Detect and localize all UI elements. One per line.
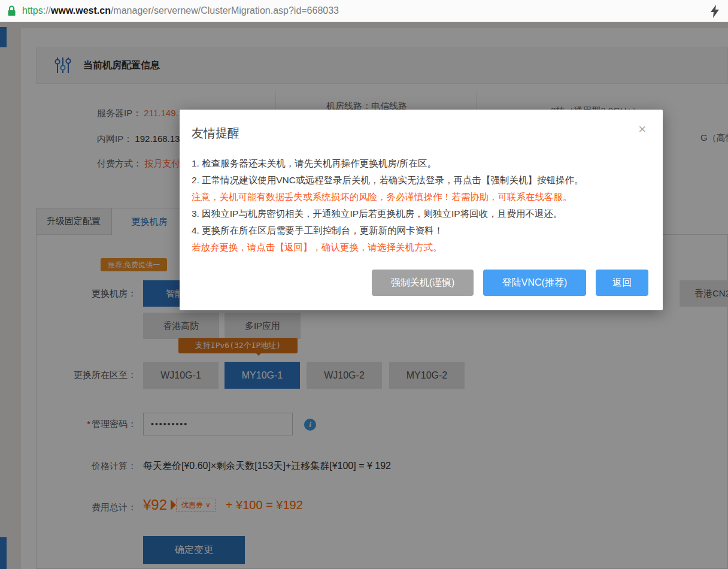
modal-line: 4. 更换所在所在区后需要手工到控制台，更新新的网卡资料！ xyxy=(192,222,651,239)
modal-buttons: 强制关机(谨慎) 登陆VNC(推荐) 返回 xyxy=(372,270,648,296)
login-vnc-button[interactable]: 登陆VNC(推荐) xyxy=(483,270,586,296)
back-button[interactable]: 返回 xyxy=(596,270,648,296)
modal-line: 2. 正常情况建议使用VNC或远程登录后关机，若确实无法登录，再点击【强制关机】… xyxy=(192,172,651,189)
modal-warning-line: 若放弃更换，请点击【返回】，确认更换，请选择关机方式。 xyxy=(192,239,651,256)
modal-line: 3. 因独立IP与机房密切相关，开通独立IP后若更换机房，则独立IP将回收，且费… xyxy=(192,205,651,222)
modal-line: 1. 检查服务器还未关机，请先关机再操作更换机房/所在区。 xyxy=(192,155,651,172)
url-scheme: https xyxy=(22,5,43,16)
reminder-modal: 友情提醒 × 1. 检查服务器还未关机，请先关机再操作更换机房/所在区。 2. … xyxy=(180,110,663,310)
browser-address-bar[interactable]: https://www.west.cn/manager/servernew/Cl… xyxy=(0,0,728,22)
url-host: www.west.cn xyxy=(51,5,111,16)
close-icon[interactable]: × xyxy=(638,123,646,136)
url-separator: :// xyxy=(43,5,51,16)
modal-body: 1. 检查服务器还未关机，请先关机再操作更换机房/所在区。 2. 正常情况建议使… xyxy=(192,155,651,256)
modal-warning-line: 注意，关机可能有数据丢失或系统损坏的风险，务必谨慎操作！若需协助，可联系在线客服… xyxy=(192,189,651,205)
url-text: https://www.west.cn/manager/servernew/Cl… xyxy=(22,5,339,16)
force-shutdown-button[interactable]: 强制关机(谨慎) xyxy=(372,270,474,296)
screen: https://www.west.cn/manager/servernew/Cl… xyxy=(0,0,728,569)
url-path: /manager/servernew/ClusterMigration.asp?… xyxy=(111,5,339,16)
lock-icon xyxy=(7,5,16,17)
modal-title: 友情提醒 xyxy=(192,125,239,141)
lightning-icon[interactable] xyxy=(709,4,721,19)
